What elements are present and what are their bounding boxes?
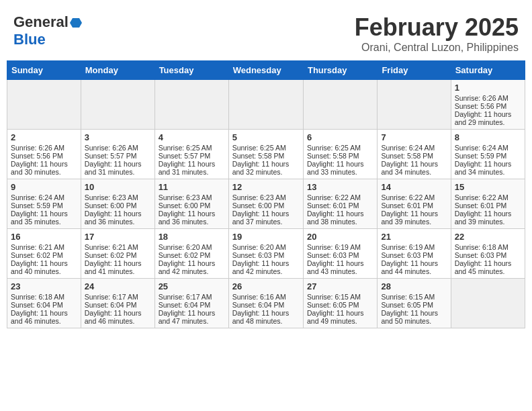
calendar-cell: 28Sunrise: 6:15 AMSunset: 6:05 PMDayligh… [378, 279, 451, 328]
day-info: Daylight: 11 hours and 30 minutes. [11, 160, 77, 176]
logo-icon [70, 17, 82, 29]
day-info: Sunrise: 6:18 AM [455, 243, 521, 251]
day-info: Sunset: 5:57 PM [85, 152, 151, 160]
day-info: Sunrise: 6:21 AM [11, 243, 77, 251]
day-info: Sunset: 6:00 PM [159, 201, 225, 210]
day-info: Daylight: 11 hours and 36 minutes. [85, 210, 151, 226]
day-info: Daylight: 11 hours and 46 minutes. [85, 309, 151, 325]
calendar-cell: 15Sunrise: 6:22 AMSunset: 6:01 PMDayligh… [451, 179, 525, 229]
day-info: Sunrise: 6:21 AM [85, 243, 151, 251]
day-info: Sunset: 6:02 PM [85, 251, 151, 259]
day-info: Daylight: 11 hours and 49 minutes. [307, 309, 373, 325]
day-number: 16 [11, 232, 77, 242]
calendar-cell: 14Sunrise: 6:22 AMSunset: 6:01 PMDayligh… [378, 179, 451, 229]
page-header: General Blue February 2025 Orani, Centra… [7, 7, 525, 57]
header-thursday: Thursday [303, 61, 377, 80]
day-number: 19 [232, 232, 300, 242]
day-info: Daylight: 11 hours and 33 minutes. [307, 160, 373, 176]
calendar-cell [228, 80, 303, 130]
day-number: 20 [307, 232, 373, 242]
calendar-cell: 4Sunrise: 6:25 AMSunset: 5:57 PMDaylight… [154, 130, 228, 179]
day-info: Daylight: 11 hours and 36 minutes. [159, 210, 225, 226]
day-info: Sunrise: 6:23 AM [232, 193, 300, 201]
day-info: Sunset: 5:57 PM [159, 152, 225, 160]
week-row-1: 1Sunrise: 6:26 AMSunset: 5:56 PMDaylight… [7, 80, 525, 130]
logo-blue-text: Blue [13, 31, 46, 48]
day-number: 22 [455, 232, 521, 242]
calendar-cell: 17Sunrise: 6:21 AMSunset: 6:02 PMDayligh… [81, 229, 154, 279]
calendar-cell: 9Sunrise: 6:24 AMSunset: 5:59 PMDaylight… [7, 179, 81, 229]
calendar-cell: 11Sunrise: 6:23 AMSunset: 6:00 PMDayligh… [154, 179, 228, 229]
day-number: 13 [307, 182, 373, 192]
day-info: Sunset: 6:03 PM [455, 251, 521, 259]
day-info: Sunrise: 6:20 AM [159, 243, 225, 251]
day-number: 12 [232, 182, 300, 192]
day-info: Sunrise: 6:24 AM [455, 144, 521, 152]
svg-marker-0 [70, 18, 82, 28]
day-info: Daylight: 11 hours and 50 minutes. [381, 309, 447, 325]
day-info: Sunset: 6:03 PM [232, 251, 300, 259]
day-number: 28 [381, 281, 447, 291]
day-info: Daylight: 11 hours and 39 minutes. [455, 210, 521, 226]
week-row-3: 9Sunrise: 6:24 AMSunset: 5:59 PMDaylight… [7, 179, 525, 229]
day-info: Sunrise: 6:26 AM [455, 94, 521, 102]
day-info: Daylight: 11 hours and 42 minutes. [232, 259, 300, 275]
day-info: Daylight: 11 hours and 42 minutes. [159, 259, 225, 275]
day-number: 5 [232, 132, 300, 142]
day-number: 3 [85, 132, 151, 142]
day-info: Sunset: 5:58 PM [307, 152, 373, 160]
header-monday: Monday [81, 61, 154, 80]
calendar-cell [81, 80, 154, 130]
day-number: 26 [232, 281, 300, 291]
day-info: Sunrise: 6:19 AM [381, 243, 447, 251]
day-info: Sunset: 5:58 PM [381, 152, 447, 160]
day-info: Daylight: 11 hours and 31 minutes. [85, 160, 151, 176]
day-number: 2 [11, 132, 77, 142]
logo-general-text: General [13, 13, 69, 31]
day-info: Daylight: 11 hours and 35 minutes. [11, 210, 77, 226]
week-row-2: 2Sunrise: 6:26 AMSunset: 5:56 PMDaylight… [7, 130, 525, 179]
day-info: Sunrise: 6:22 AM [307, 193, 373, 201]
day-number: 6 [307, 132, 373, 142]
day-info: Sunset: 6:04 PM [85, 301, 151, 309]
day-info: Daylight: 11 hours and 45 minutes. [455, 259, 521, 275]
day-info: Sunset: 6:03 PM [307, 251, 373, 259]
calendar-cell: 27Sunrise: 6:15 AMSunset: 6:05 PMDayligh… [303, 279, 377, 328]
day-number: 21 [381, 232, 447, 242]
day-info: Sunset: 6:05 PM [307, 301, 373, 309]
day-number: 17 [85, 232, 151, 242]
day-info: Sunrise: 6:15 AM [381, 293, 447, 301]
calendar-cell [451, 279, 525, 328]
day-info: Sunrise: 6:26 AM [85, 144, 151, 152]
day-info: Sunrise: 6:19 AM [307, 243, 373, 251]
day-number: 25 [159, 281, 225, 291]
day-info: Daylight: 11 hours and 43 minutes. [307, 259, 373, 275]
day-info: Sunset: 6:01 PM [455, 201, 521, 210]
day-number: 15 [455, 182, 521, 192]
week-row-5: 23Sunrise: 6:18 AMSunset: 6:04 PMDayligh… [7, 279, 525, 328]
calendar-cell: 18Sunrise: 6:20 AMSunset: 6:02 PMDayligh… [154, 229, 228, 279]
calendar-cell: 12Sunrise: 6:23 AMSunset: 6:00 PMDayligh… [228, 179, 303, 229]
day-info: Sunset: 6:01 PM [307, 201, 373, 210]
day-info: Sunset: 5:56 PM [455, 102, 521, 110]
calendar-body: 1Sunrise: 6:26 AMSunset: 5:56 PMDaylight… [7, 80, 525, 328]
day-info: Sunset: 6:00 PM [85, 201, 151, 210]
calendar-cell: 23Sunrise: 6:18 AMSunset: 6:04 PMDayligh… [7, 279, 81, 328]
day-number: 9 [11, 182, 77, 192]
day-info: Sunrise: 6:25 AM [307, 144, 373, 152]
day-number: 8 [455, 132, 521, 142]
day-info: Sunset: 6:03 PM [381, 251, 447, 259]
day-info: Daylight: 11 hours and 46 minutes. [11, 309, 77, 325]
day-info: Sunrise: 6:17 AM [159, 293, 225, 301]
day-info: Sunset: 6:04 PM [159, 301, 225, 309]
day-number: 1 [455, 83, 521, 93]
day-info: Sunset: 6:02 PM [159, 251, 225, 259]
day-info: Sunrise: 6:24 AM [11, 193, 77, 201]
day-info: Daylight: 11 hours and 31 minutes. [159, 160, 225, 176]
day-info: Sunrise: 6:20 AM [232, 243, 300, 251]
day-number: 18 [159, 232, 225, 242]
day-info: Sunrise: 6:24 AM [381, 144, 447, 152]
day-info: Sunrise: 6:16 AM [232, 293, 300, 301]
day-info: Sunrise: 6:25 AM [159, 144, 225, 152]
day-info: Sunrise: 6:22 AM [381, 193, 447, 201]
